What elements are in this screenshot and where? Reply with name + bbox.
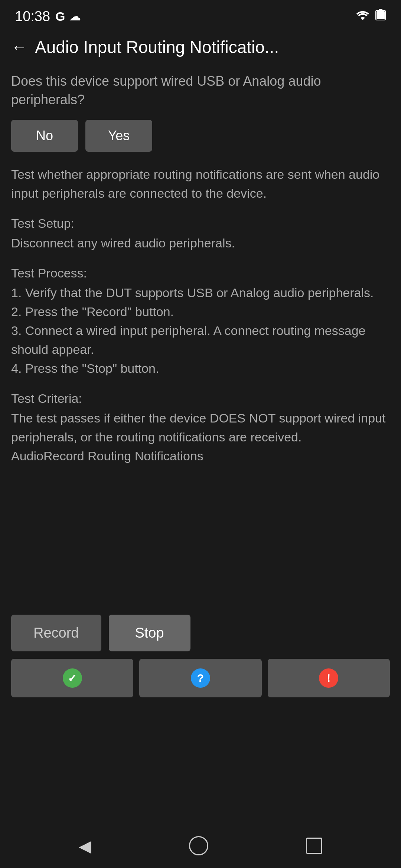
test-process-title: Test Process: (11, 266, 390, 280)
svg-rect-2 (376, 11, 385, 19)
nav-back-icon: ◀ (79, 836, 91, 855)
no-button[interactable]: No (11, 120, 78, 152)
test-criteria-title: Test Criteria: (11, 391, 390, 406)
pass-button[interactable]: ✓ (11, 659, 133, 697)
description-text: Test whether appropriate routing notific… (11, 165, 390, 203)
stop-button[interactable]: Stop (109, 615, 190, 651)
result-buttons-row: ✓ ? ! (11, 659, 390, 697)
record-button[interactable]: Record (11, 615, 101, 651)
battery-icon (375, 9, 386, 24)
action-row: Record Stop (11, 615, 390, 651)
nav-back-button[interactable]: ◀ (75, 833, 95, 859)
info-icon: ? (191, 668, 210, 688)
status-time: 10:38 (15, 9, 50, 24)
choice-button-row: No Yes (11, 120, 390, 152)
header: ← Audio Input Routing Notificatio... (0, 30, 401, 65)
yes-button[interactable]: Yes (85, 120, 152, 152)
main-content: Does this device support wired USB or An… (0, 65, 401, 486)
wifi-icon (356, 9, 369, 24)
status-left: 10:38 G ☁ (15, 9, 81, 24)
status-icons-left: G ☁ (55, 9, 81, 24)
status-bar: 10:38 G ☁ (0, 0, 401, 30)
nav-bar: ◀ (0, 823, 401, 868)
back-button[interactable]: ← (11, 39, 27, 55)
fail-button[interactable]: ! (268, 659, 390, 697)
fail-icon: ! (319, 668, 338, 688)
nav-home-icon (189, 836, 208, 855)
pass-icon: ✓ (63, 668, 82, 688)
test-criteria-content: The test passes if either the device DOE… (11, 409, 390, 466)
nav-home-button[interactable] (185, 832, 212, 859)
google-icon: G (55, 9, 65, 24)
test-setup-title: Test Setup: (11, 216, 390, 231)
status-right (356, 9, 386, 24)
info-button[interactable]: ? (139, 659, 261, 697)
svg-rect-1 (379, 9, 382, 11)
nav-recents-icon (306, 838, 322, 854)
nav-recents-button[interactable] (302, 834, 326, 858)
test-setup-content: Disconnect any wired audio peripherals. (11, 234, 390, 253)
page-title: Audio Input Routing Notificatio... (35, 37, 390, 57)
cloud-icon: ☁ (69, 9, 81, 23)
question-text: Does this device support wired USB or An… (11, 72, 390, 109)
action-buttons-container: Record Stop ✓ ? ! (0, 615, 401, 697)
test-process-content: 1. Verify that the DUT supports USB or A… (11, 283, 390, 378)
